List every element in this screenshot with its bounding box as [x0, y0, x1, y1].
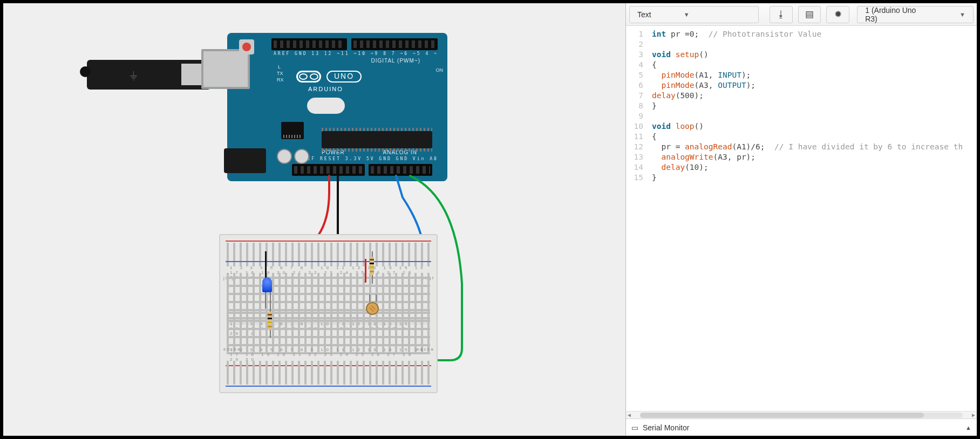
r2-lead-bot — [372, 275, 373, 284]
jumper-black[interactable] — [265, 251, 267, 278]
atmega-chip — [322, 131, 432, 148]
digital-section-label: DIGITAL (PWM~) — [371, 58, 421, 64]
capacitor-2 — [294, 149, 309, 164]
breadboard[interactable]: 1 2 3 4 5 6 7 8 9 10 11 12 13 14 15 16 1… — [219, 234, 438, 393]
resistor-1[interactable] — [268, 312, 272, 330]
code-editor[interactable]: 123456789101112131415 int pr =0; // Phot… — [626, 26, 977, 411]
bus-strip-bot-2[interactable] — [227, 369, 430, 385]
reset-button[interactable] — [239, 39, 254, 54]
digital-pin-labels: AREF GND 13 12 ~11 ~10 ~9 8 7 ~6 ~5 4 ~3… — [274, 51, 437, 58]
infinity-logo-icon — [296, 71, 321, 83]
line-number-gutter: 123456789101112131415 — [626, 26, 649, 411]
led-l-label: L — [278, 64, 281, 70]
board-select[interactable]: 1 (Arduino Uno R3) ▼ — [857, 6, 974, 23]
capacitor-1 — [277, 149, 292, 164]
arduino-logo: UNO — [296, 71, 362, 83]
download-button[interactable]: ⭳ — [770, 6, 793, 23]
library-icon: ▤ — [805, 9, 814, 20]
ldr-lead-2 — [376, 294, 377, 302]
digital-header-right[interactable] — [351, 38, 438, 50]
bus-strip-top-2[interactable] — [227, 251, 430, 266]
library-button[interactable]: ▤ — [798, 6, 821, 23]
scroll-right-icon[interactable]: ► — [970, 412, 977, 418]
power-header[interactable] — [292, 164, 365, 176]
power-analog-pin-labels: IOREF RESET 3.3V 5V GND GND Vin A0 A1 A2… — [295, 156, 437, 163]
photoresistor[interactable] — [366, 302, 379, 315]
chevron-down-icon: ▼ — [684, 11, 690, 18]
chevron-down-icon: ▼ — [959, 11, 965, 18]
usb-chip — [281, 122, 304, 139]
serial-monitor-icon: ▭ — [631, 423, 638, 432]
resistor-2[interactable] — [370, 257, 374, 275]
code-toolbar: Text ▼ ⭳ ▤ ✹ 1 (Arduino Uno R3) ▼ — [626, 3, 977, 26]
power-jack — [224, 148, 266, 173]
jumper-red[interactable] — [365, 259, 366, 283]
serial-monitor-bar[interactable]: ▭ Serial Monitor ▲ — [626, 419, 977, 436]
model-label: UNO — [326, 71, 362, 83]
circuit-canvas[interactable]: ⏚ AREF GND 13 12 ~11 ~10 ~9 8 7 ~6 ~5 4 … — [3, 3, 626, 436]
crystal-component — [307, 98, 345, 114]
led-lead-1 — [265, 292, 266, 308]
scroll-left-icon[interactable]: ◄ — [626, 412, 632, 418]
bus-rail-neg-top — [226, 261, 431, 262]
code-panel: Text ▼ ⭳ ▤ ✹ 1 (Arduino Uno R3) ▼ 123456… — [626, 3, 977, 436]
usb-cable-tip — [80, 66, 91, 77]
digital-header-left[interactable] — [271, 38, 347, 50]
on-label: ON — [436, 67, 444, 73]
code-content[interactable]: int pr =0; // Phototransistor Value void… — [649, 26, 977, 411]
serial-monitor-label: Serial Monitor — [643, 423, 689, 432]
bus-rail-neg-bot — [226, 386, 431, 387]
download-icon: ⭳ — [777, 9, 786, 20]
brand-label: ARDUINO — [308, 86, 343, 92]
analog-header[interactable] — [369, 164, 432, 176]
scrollbar-thumb[interactable] — [640, 413, 924, 418]
board-select-label: 1 (Arduino Uno R3) — [865, 6, 927, 23]
scrollbar-track[interactable] — [640, 413, 963, 418]
expand-up-icon[interactable]: ▲ — [965, 424, 971, 431]
led-blue[interactable] — [262, 277, 272, 292]
debug-button[interactable]: ✹ — [826, 6, 849, 23]
usb-port — [201, 49, 250, 89]
rx-label: RX — [277, 77, 284, 83]
mode-select[interactable]: Text ▼ — [629, 6, 759, 23]
col-numbers-bot: 1 2 3 4 5 6 7 8 9 10 11 12 13 14 15 16 1… — [230, 347, 427, 362]
tx-label: TX — [277, 71, 283, 76]
bus-rail-pos-top — [226, 241, 431, 242]
ldr-lead-1 — [369, 294, 370, 302]
arduino-uno-board[interactable]: AREF GND 13 12 ~11 ~10 ~9 8 7 ~6 ~5 4 ~3… — [227, 33, 447, 181]
debug-icon: ✹ — [834, 9, 842, 20]
usb-icon: ⏚ — [130, 68, 137, 82]
r1-lead-bot — [270, 330, 271, 338]
editor-horizontal-scrollbar[interactable]: ◄ ► — [626, 411, 977, 419]
mode-select-label: Text — [637, 10, 651, 19]
